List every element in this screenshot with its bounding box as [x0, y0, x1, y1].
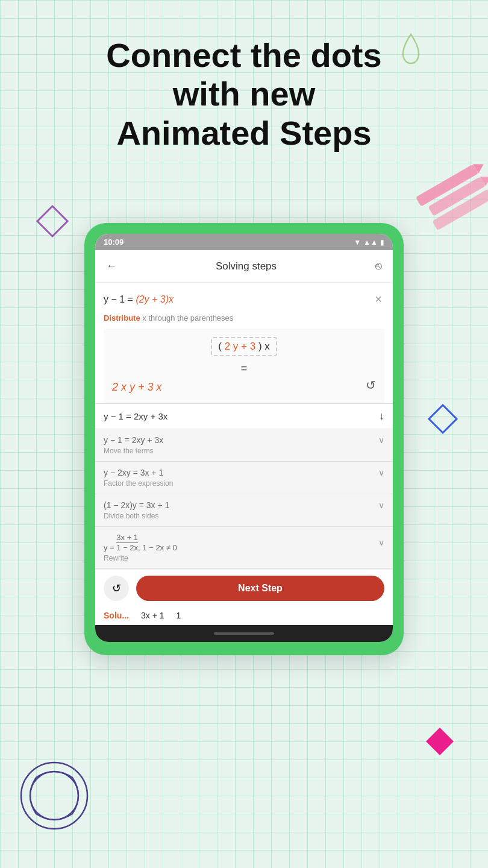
anim-equals: =	[112, 362, 376, 375]
svg-point-9	[21, 763, 87, 829]
svg-point-10	[30, 772, 78, 820]
anim-result: 2 x y + 3 x	[112, 381, 162, 394]
arrows-decoration-icon	[416, 166, 488, 226]
undo-step-button[interactable]: ↺	[366, 378, 376, 392]
diamond-purple-icon	[36, 205, 66, 235]
collapsed-step-eq-2: y − 2xy = 3x + 1 ∨	[104, 468, 384, 477]
bottom-bar: ↺ Next Step	[95, 569, 393, 607]
step-equation-row: y − 1 = (2y + 3)x ×	[104, 290, 384, 309]
chevron-4-icon: ∨	[378, 538, 384, 547]
step-eq-highlight: (2y + 3)x	[136, 294, 174, 304]
collapsed-step-1[interactable]: y − 1 = 2xy + 3x ∨ Move the terms	[95, 429, 393, 462]
step-instruction: Distribute x through the parentheses	[104, 313, 384, 322]
heading-text: Connect the dots with new Animated Steps	[24, 36, 464, 153]
step-actions: ↺	[366, 378, 376, 397]
collapsed-step-desc-3: Divide both sides	[104, 512, 384, 520]
battery-icon: ▮	[380, 238, 384, 247]
nav-bar	[95, 625, 393, 642]
chevron-2-icon: ∨	[378, 468, 384, 477]
collapsed-step-desc-1: Move the terms	[104, 447, 384, 455]
phone-screen: 10:09 ▼ ▲▲ ▮ ← Solving steps ⎋ y − 1 = (…	[95, 234, 393, 642]
undo-button[interactable]: ↺	[104, 576, 129, 601]
solution-label: Solu...	[104, 611, 129, 620]
anim-expression-box: ( 2 y + 3 ) x	[211, 337, 277, 356]
collapsed-step-2[interactable]: y − 2xy = 3x + 1 ∨ Factor the expression	[95, 462, 393, 494]
status-time: 10:09	[104, 237, 124, 247]
svg-marker-0	[37, 206, 67, 236]
collapsed-step-desc-2: Factor the expression	[104, 479, 384, 488]
chevron-3-icon: ∨	[378, 500, 384, 510]
phone-frame: 10:09 ▼ ▲▲ ▮ ← Solving steps ⎋ y − 1 = (…	[84, 223, 404, 655]
squiggle-decoration-icon	[12, 753, 90, 832]
diamond-blue-icon	[428, 404, 455, 431]
close-button[interactable]: ×	[372, 290, 384, 309]
chevron-1-icon: ∨	[378, 435, 384, 445]
partial-eq2: 1	[177, 611, 181, 620]
partial-eq1: 3x + 1	[141, 611, 164, 620]
step-result-row: y − 1 = 2xy + 3x ↓	[95, 404, 393, 429]
wifi-icon: ▼	[354, 238, 361, 247]
collapsed-step-eq-1: y − 1 = 2xy + 3x ∨	[104, 435, 384, 445]
download-step-button[interactable]: ↓	[379, 410, 384, 423]
partial-bottom-row: Solu... 3x + 1 1	[104, 611, 384, 620]
partial-bottom-content: Solu... 3x + 1 1	[95, 607, 393, 625]
next-step-button[interactable]: Next Step	[136, 576, 384, 601]
back-button[interactable]: ←	[104, 257, 119, 275]
app-bar: ← Solving steps ⎋	[95, 250, 393, 283]
collapsed-step-4[interactable]: y = 3x + 11 − 2x, 1 − 2x ≠ 0 ∨ Rewrite	[95, 527, 393, 569]
status-bar: 10:09 ▼ ▲▲ ▮	[95, 234, 393, 250]
collapsed-step-eq-4: y = 3x + 11 − 2x, 1 − 2x ≠ 0 ∨	[104, 533, 384, 552]
step-equation: y − 1 = (2y + 3)x	[104, 294, 174, 305]
app-title: Solving steps	[216, 260, 277, 272]
status-icons: ▼ ▲▲ ▮	[354, 238, 384, 247]
collapsed-step-3[interactable]: (1 − 2x)y = 3x + 1 ∨ Divide both sides	[95, 494, 393, 527]
share-button[interactable]: ⎋	[373, 257, 384, 275]
collapsed-step-eq-3: (1 − 2x)y = 3x + 1 ∨	[104, 500, 384, 510]
svg-marker-2	[426, 728, 454, 755]
collapsed-step-desc-4: Rewrite	[104, 554, 384, 562]
animation-area: ( 2 y + 3 ) x = 2 x y + 3 x ↺	[104, 329, 384, 403]
signal-icon: ▲▲	[363, 238, 378, 247]
heading-section: Connect the dots with new Animated Steps	[0, 36, 488, 153]
diamond-pink-icon	[425, 726, 452, 753]
step-result-eq: y − 1 = 2xy + 3x	[104, 411, 167, 421]
active-step-section: y − 1 = (2y + 3)x × Distribute x through…	[95, 283, 393, 404]
collapsed-steps: y − 1 = 2xy + 3x ∨ Move the terms y − 2x…	[95, 429, 393, 569]
home-indicator	[214, 632, 274, 635]
svg-marker-1	[429, 405, 457, 433]
